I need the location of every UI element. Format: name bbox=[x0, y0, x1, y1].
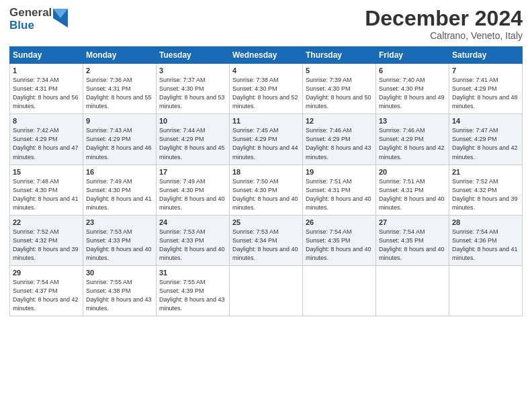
day-number: 17 bbox=[159, 168, 226, 176]
day-number: 8 bbox=[13, 117, 80, 125]
calendar-cell: 15Sunrise: 7:48 AMSunset: 4:30 PMDayligh… bbox=[10, 165, 83, 215]
calendar-cell: 9Sunrise: 7:43 AMSunset: 4:29 PMDaylight… bbox=[83, 114, 157, 165]
logo-blue: Blue bbox=[9, 19, 52, 32]
calendar-cell: 2Sunrise: 7:36 AMSunset: 4:31 PMDaylight… bbox=[83, 64, 157, 114]
calendar-cell: 8Sunrise: 7:42 AMSunset: 4:29 PMDaylight… bbox=[10, 114, 83, 165]
day-number: 21 bbox=[452, 168, 519, 176]
day-number: 15 bbox=[13, 168, 80, 176]
calendar-cell: 27Sunrise: 7:54 AMSunset: 4:35 PMDayligh… bbox=[376, 215, 449, 265]
logo-text: General Blue bbox=[9, 7, 52, 32]
calendar-cell: 29Sunrise: 7:54 AMSunset: 4:37 PMDayligh… bbox=[10, 265, 83, 316]
header-wednesday: Wednesday bbox=[230, 47, 303, 64]
day-number: 7 bbox=[452, 66, 519, 75]
day-info: Sunrise: 7:54 AMSunset: 4:35 PMDaylight:… bbox=[306, 228, 371, 261]
day-number: 11 bbox=[232, 117, 300, 125]
day-info: Sunrise: 7:48 AMSunset: 4:30 PMDaylight:… bbox=[13, 178, 79, 211]
calendar-cell: 21Sunrise: 7:52 AMSunset: 4:32 PMDayligh… bbox=[449, 165, 523, 215]
day-info: Sunrise: 7:42 AMSunset: 4:29 PMDaylight:… bbox=[13, 127, 79, 160]
logo: General Blue bbox=[9, 7, 68, 32]
header-tuesday: Tuesday bbox=[157, 47, 230, 64]
day-info: Sunrise: 7:41 AMSunset: 4:29 PMDaylight:… bbox=[452, 77, 518, 109]
day-info: Sunrise: 7:39 AMSunset: 4:30 PMDaylight:… bbox=[306, 77, 371, 109]
day-info: Sunrise: 7:38 AMSunset: 4:30 PMDaylight:… bbox=[232, 77, 298, 109]
subtitle: Caltrano, Veneto, Italy bbox=[365, 30, 523, 41]
day-info: Sunrise: 7:49 AMSunset: 4:30 PMDaylight:… bbox=[86, 178, 152, 211]
day-number: 2 bbox=[86, 66, 153, 75]
day-number: 22 bbox=[13, 218, 80, 226]
day-number: 31 bbox=[159, 269, 226, 277]
calendar-cell bbox=[230, 265, 303, 316]
day-number: 23 bbox=[86, 218, 153, 226]
day-info: Sunrise: 7:47 AMSunset: 4:29 PMDaylight:… bbox=[452, 127, 518, 160]
calendar-cell: 18Sunrise: 7:50 AMSunset: 4:30 PMDayligh… bbox=[230, 165, 303, 215]
header-sunday: Sunday bbox=[10, 47, 83, 64]
header-saturday: Saturday bbox=[449, 47, 523, 64]
calendar-cell: 25Sunrise: 7:53 AMSunset: 4:34 PMDayligh… bbox=[230, 215, 303, 265]
day-info: Sunrise: 7:54 AMSunset: 4:36 PMDaylight:… bbox=[452, 228, 518, 261]
calendar-cell: 22Sunrise: 7:52 AMSunset: 4:32 PMDayligh… bbox=[10, 215, 83, 265]
day-number: 14 bbox=[452, 117, 519, 125]
calendar-cell: 20Sunrise: 7:51 AMSunset: 4:31 PMDayligh… bbox=[376, 165, 449, 215]
day-info: Sunrise: 7:53 AMSunset: 4:33 PMDaylight:… bbox=[86, 228, 152, 261]
calendar-cell bbox=[303, 265, 376, 316]
page-container: General Blue December 2024 Caltrano, Ven… bbox=[0, 0, 532, 322]
day-info: Sunrise: 7:53 AMSunset: 4:33 PMDaylight:… bbox=[159, 228, 225, 261]
header: General Blue December 2024 Caltrano, Ven… bbox=[9, 7, 523, 41]
header-row: SundayMondayTuesdayWednesdayThursdayFrid… bbox=[10, 47, 523, 64]
header-monday: Monday bbox=[83, 47, 157, 64]
calendar-cell: 16Sunrise: 7:49 AMSunset: 4:30 PMDayligh… bbox=[83, 165, 157, 215]
week-row-5: 29Sunrise: 7:54 AMSunset: 4:37 PMDayligh… bbox=[10, 265, 523, 316]
day-info: Sunrise: 7:46 AMSunset: 4:29 PMDaylight:… bbox=[379, 127, 445, 160]
calendar-cell: 6Sunrise: 7:40 AMSunset: 4:30 PMDaylight… bbox=[376, 64, 449, 114]
day-info: Sunrise: 7:36 AMSunset: 4:31 PMDaylight:… bbox=[86, 77, 152, 109]
header-friday: Friday bbox=[376, 47, 449, 64]
day-info: Sunrise: 7:53 AMSunset: 4:34 PMDaylight:… bbox=[232, 228, 298, 261]
main-title: December 2024 bbox=[365, 7, 523, 30]
day-info: Sunrise: 7:40 AMSunset: 4:30 PMDaylight:… bbox=[379, 77, 445, 109]
calendar-cell: 23Sunrise: 7:53 AMSunset: 4:33 PMDayligh… bbox=[83, 215, 157, 265]
logo-general: General bbox=[9, 7, 52, 19]
calendar-cell: 4Sunrise: 7:38 AMSunset: 4:30 PMDaylight… bbox=[230, 64, 303, 114]
calendar-cell: 5Sunrise: 7:39 AMSunset: 4:30 PMDaylight… bbox=[303, 64, 376, 114]
calendar-cell: 31Sunrise: 7:55 AMSunset: 4:39 PMDayligh… bbox=[157, 265, 230, 316]
day-number: 25 bbox=[232, 218, 300, 226]
calendar-cell: 1Sunrise: 7:34 AMSunset: 4:31 PMDaylight… bbox=[10, 64, 83, 114]
calendar-cell: 28Sunrise: 7:54 AMSunset: 4:36 PMDayligh… bbox=[449, 215, 523, 265]
day-info: Sunrise: 7:46 AMSunset: 4:29 PMDaylight:… bbox=[306, 127, 371, 160]
calendar-cell bbox=[449, 265, 523, 316]
week-row-3: 15Sunrise: 7:48 AMSunset: 4:30 PMDayligh… bbox=[10, 165, 523, 215]
calendar-table: SundayMondayTuesdayWednesdayThursdayFrid… bbox=[9, 46, 523, 316]
day-number: 24 bbox=[159, 218, 226, 226]
day-info: Sunrise: 7:55 AMSunset: 4:38 PMDaylight:… bbox=[86, 279, 152, 312]
day-number: 4 bbox=[232, 66, 300, 75]
calendar-cell: 19Sunrise: 7:51 AMSunset: 4:31 PMDayligh… bbox=[303, 165, 376, 215]
day-info: Sunrise: 7:52 AMSunset: 4:32 PMDaylight:… bbox=[13, 228, 79, 261]
day-number: 1 bbox=[13, 66, 80, 75]
title-block: December 2024 Caltrano, Veneto, Italy bbox=[365, 7, 523, 41]
calendar-cell bbox=[376, 265, 449, 316]
calendar-cell: 13Sunrise: 7:46 AMSunset: 4:29 PMDayligh… bbox=[376, 114, 449, 165]
day-number: 3 bbox=[159, 66, 226, 75]
day-info: Sunrise: 7:55 AMSunset: 4:39 PMDaylight:… bbox=[159, 279, 225, 312]
day-info: Sunrise: 7:52 AMSunset: 4:32 PMDaylight:… bbox=[452, 178, 518, 211]
calendar-cell: 30Sunrise: 7:55 AMSunset: 4:38 PMDayligh… bbox=[83, 265, 157, 316]
week-row-2: 8Sunrise: 7:42 AMSunset: 4:29 PMDaylight… bbox=[10, 114, 523, 165]
day-info: Sunrise: 7:50 AMSunset: 4:30 PMDaylight:… bbox=[232, 178, 298, 211]
day-number: 20 bbox=[379, 168, 446, 176]
calendar-cell: 7Sunrise: 7:41 AMSunset: 4:29 PMDaylight… bbox=[449, 64, 523, 114]
day-info: Sunrise: 7:51 AMSunset: 4:31 PMDaylight:… bbox=[379, 178, 445, 211]
day-number: 18 bbox=[232, 168, 300, 176]
day-info: Sunrise: 7:37 AMSunset: 4:30 PMDaylight:… bbox=[159, 77, 225, 109]
day-number: 12 bbox=[306, 117, 373, 125]
day-number: 5 bbox=[306, 66, 373, 75]
calendar-cell: 3Sunrise: 7:37 AMSunset: 4:30 PMDaylight… bbox=[157, 64, 230, 114]
day-number: 27 bbox=[379, 218, 446, 226]
day-number: 10 bbox=[159, 117, 226, 125]
calendar-cell: 24Sunrise: 7:53 AMSunset: 4:33 PMDayligh… bbox=[157, 215, 230, 265]
day-info: Sunrise: 7:44 AMSunset: 4:29 PMDaylight:… bbox=[159, 127, 225, 160]
day-number: 26 bbox=[306, 218, 373, 226]
day-info: Sunrise: 7:34 AMSunset: 4:31 PMDaylight:… bbox=[13, 77, 79, 109]
day-info: Sunrise: 7:49 AMSunset: 4:30 PMDaylight:… bbox=[159, 178, 225, 211]
day-number: 29 bbox=[13, 269, 80, 277]
calendar-cell: 14Sunrise: 7:47 AMSunset: 4:29 PMDayligh… bbox=[449, 114, 523, 165]
